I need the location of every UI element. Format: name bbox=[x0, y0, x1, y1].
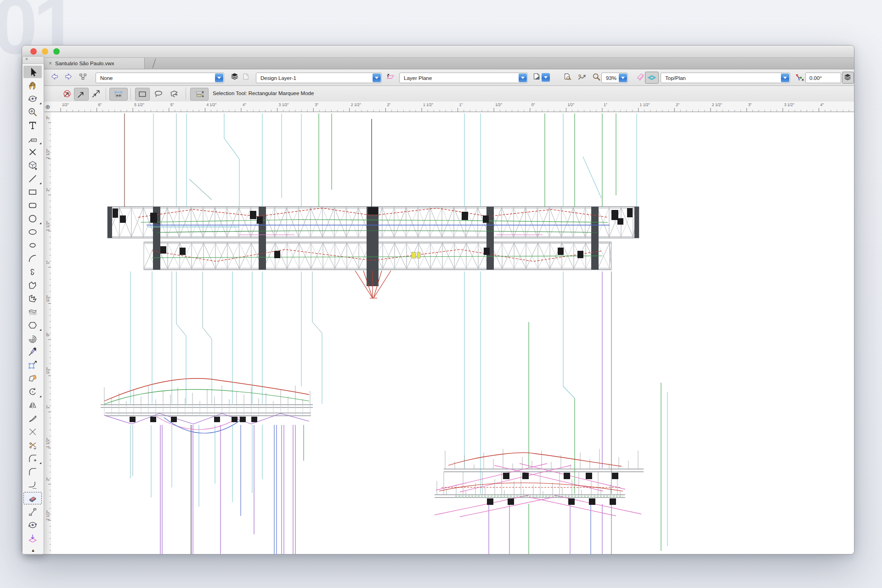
dropdown-arrow-icon[interactable] bbox=[519, 74, 527, 82]
zoom-window-button[interactable] bbox=[53, 48, 60, 55]
sub-tools-indicator bbox=[40, 462, 41, 464]
polyline-tool[interactable] bbox=[23, 292, 42, 305]
deform-tool[interactable] bbox=[23, 372, 42, 384]
minimize-window-button[interactable] bbox=[42, 48, 48, 55]
svg-text:0″: 0″ bbox=[531, 102, 535, 107]
document-tab-bar: × Santuário São Paulo.vwx bbox=[22, 58, 854, 69]
tab-close-icon[interactable]: × bbox=[49, 60, 52, 67]
fit-objects-icon[interactable] bbox=[576, 72, 588, 83]
text-tool[interactable] bbox=[23, 119, 42, 131]
app-window: × Santuário São Paulo.vwx NoneDesign Lay… bbox=[22, 45, 854, 554]
v-ruler-label: 1 1/2″ bbox=[45, 212, 50, 240]
dropdown-arrow-icon[interactable] bbox=[542, 73, 550, 82]
svg-text:3″: 3″ bbox=[315, 102, 318, 107]
mode-separator bbox=[106, 88, 106, 100]
back-arrow-icon[interactable] bbox=[49, 72, 61, 83]
rotate-3d-view-tool[interactable] bbox=[23, 519, 42, 531]
selection-tool[interactable] bbox=[23, 66, 42, 78]
v-ruler-label: 1/2″ bbox=[45, 357, 50, 384]
regular-polygon-tool[interactable] bbox=[23, 319, 42, 331]
rectangular-marquee-mode[interactable] bbox=[135, 88, 150, 101]
more-tools-indicator[interactable]: ▲ bbox=[23, 548, 44, 553]
tool-status-text: Selection Tool: Rectangular Marquee Mode bbox=[213, 90, 314, 96]
pan-tool[interactable] bbox=[23, 79, 42, 91]
zoom-icon[interactable] bbox=[591, 72, 602, 83]
horizontal-ruler: 1/2″6″5 1/2″5″4 1/2″4″3 1/2″3″2 1/2″2″1 … bbox=[45, 102, 854, 112]
fillet-radius-tool[interactable] bbox=[23, 452, 42, 464]
dropdown-arrow-icon[interactable] bbox=[619, 74, 627, 82]
split-tool[interactable] bbox=[23, 412, 42, 424]
chamfer-tool[interactable] bbox=[23, 479, 42, 491]
page-options-button[interactable] bbox=[529, 72, 553, 83]
object-pickup-mode[interactable] bbox=[190, 88, 209, 101]
eyedropper-tool[interactable] bbox=[23, 345, 42, 358]
dropdown-arrow-icon[interactable] bbox=[215, 74, 223, 82]
arc-tool[interactable] bbox=[23, 252, 42, 265]
view-bar: NoneDesign Layer-1Layer Plane93%Top/Plan… bbox=[22, 69, 854, 86]
multiple-selection-mode[interactable] bbox=[89, 88, 103, 100]
trim-tool[interactable] bbox=[23, 425, 42, 438]
drawing-canvas[interactable] bbox=[51, 112, 854, 554]
polygon-marquee-mode[interactable] bbox=[167, 88, 181, 100]
dropdown-arrow-icon[interactable] bbox=[373, 74, 381, 82]
extrude-solid-tool[interactable] bbox=[23, 159, 42, 171]
svg-text:1/2″: 1/2″ bbox=[62, 102, 69, 107]
connect-combine-tool[interactable] bbox=[23, 505, 42, 518]
zoom-tool[interactable] bbox=[23, 106, 42, 118]
lasso-marquee-mode[interactable] bbox=[152, 88, 165, 100]
send-to-surface-tool[interactable] bbox=[23, 532, 42, 544]
svg-text:2 1/2″: 2 1/2″ bbox=[351, 102, 361, 107]
class-options-button[interactable] bbox=[842, 72, 854, 84]
fillet-tool[interactable] bbox=[23, 465, 42, 478]
ellipse-tool[interactable] bbox=[23, 239, 42, 251]
svg-text:5″: 5″ bbox=[170, 102, 174, 107]
saved-view-select[interactable]: None bbox=[96, 73, 224, 83]
polygon-tool[interactable] bbox=[23, 279, 42, 291]
basic-tool-palette: × ▲ bbox=[22, 56, 44, 554]
rotation-field[interactable]: 0.00° bbox=[805, 73, 841, 83]
forward-arrow-icon[interactable] bbox=[62, 72, 74, 83]
oval-tool[interactable] bbox=[23, 226, 42, 238]
freehand-tool[interactable] bbox=[23, 266, 42, 278]
dropdown-arrow-icon[interactable] bbox=[781, 74, 789, 82]
sub-tools-indicator bbox=[40, 396, 41, 397]
palette-titlebar[interactable]: × bbox=[23, 57, 44, 64]
document-tab[interactable]: × Santuário São Paulo.vwx bbox=[42, 58, 145, 69]
svg-text:4″: 4″ bbox=[820, 102, 824, 107]
svg-text:1″: 1″ bbox=[604, 102, 607, 107]
disabled-interaction-mode[interactable] bbox=[60, 88, 74, 100]
svg-text:1/2″: 1/2″ bbox=[567, 102, 574, 107]
working-plane-icon[interactable] bbox=[384, 72, 396, 83]
interactive-scaling-mode[interactable] bbox=[109, 88, 128, 101]
clip-tool[interactable] bbox=[23, 439, 42, 451]
surface-tool[interactable] bbox=[23, 305, 42, 318]
circle-tool[interactable] bbox=[23, 212, 42, 225]
sheet-disabled-icon[interactable] bbox=[241, 72, 252, 83]
scale-object-tool[interactable] bbox=[23, 359, 42, 371]
fit-page-icon[interactable] bbox=[562, 72, 574, 83]
plane-select[interactable]: Layer Plane bbox=[399, 73, 528, 83]
active-plane-icon[interactable] bbox=[645, 72, 659, 84]
eraser-tool[interactable] bbox=[23, 492, 42, 504]
axes-icon[interactable] bbox=[793, 72, 806, 83]
rectangle-tool[interactable] bbox=[23, 186, 42, 198]
line-tool[interactable] bbox=[23, 172, 42, 185]
layers-icon[interactable] bbox=[230, 72, 241, 83]
delete-vertex-tool[interactable] bbox=[23, 146, 42, 158]
layer-select[interactable]: Design Layer-1 bbox=[256, 73, 382, 83]
tool-mode-bar: Selection Tool: Rectangular Marquee Mode bbox=[22, 86, 854, 102]
saved-views-icon[interactable] bbox=[77, 72, 89, 83]
close-window-button[interactable] bbox=[30, 48, 37, 55]
spiral-tool[interactable] bbox=[23, 332, 42, 345]
palette-close-button[interactable]: × bbox=[25, 57, 28, 62]
callout-dimension-tool[interactable] bbox=[23, 132, 42, 145]
single-selection-mode[interactable] bbox=[74, 88, 89, 101]
view-select[interactable]: Top/Plan bbox=[661, 73, 790, 83]
mirror-tool[interactable] bbox=[23, 399, 42, 411]
flyover-tool[interactable] bbox=[23, 92, 42, 105]
rotate-tool[interactable] bbox=[23, 385, 42, 398]
unified-view-icon[interactable] bbox=[635, 72, 646, 83]
svg-text:2″: 2″ bbox=[676, 102, 679, 107]
rounded-rectangle-tool[interactable] bbox=[23, 199, 42, 211]
zoom-level-select[interactable]: 93% bbox=[601, 73, 628, 83]
